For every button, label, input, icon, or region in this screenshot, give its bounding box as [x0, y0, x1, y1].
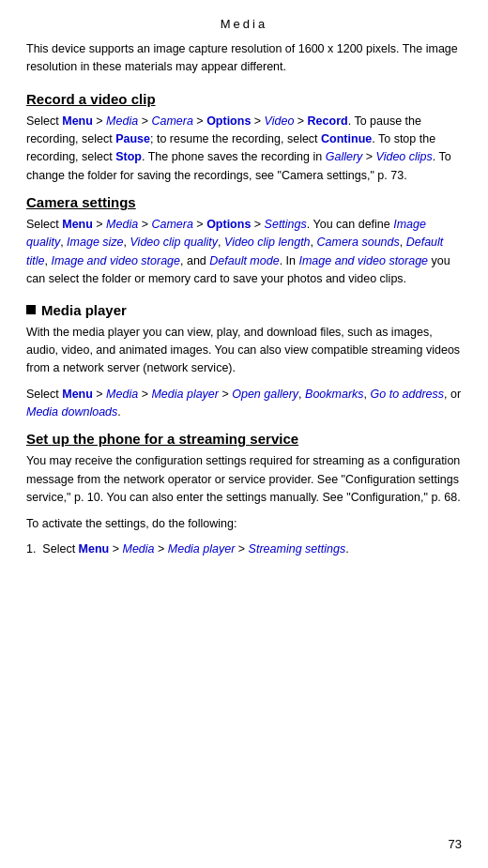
- streaming-para-1: You may receive the configuration settin…: [26, 452, 462, 507]
- text-comma4: ,: [311, 236, 317, 249]
- media-player-para-2: Select Menu > Media > Media player > Ope…: [26, 386, 462, 422]
- record-bold: Record: [308, 114, 348, 128]
- text-resume: ; to resume the recording, select: [150, 132, 321, 145]
- mediadownloads-italic: Media downloads: [26, 405, 117, 419]
- imagevideostorage-italic2: Image and video storage: [298, 254, 428, 267]
- section-media-player: Media player With the media player you c…: [26, 302, 462, 422]
- text-arrow12: >: [138, 388, 151, 401]
- gallery-italic: Gallery: [326, 150, 363, 163]
- section-streaming-service: Set up the phone for a streaming service…: [26, 431, 462, 558]
- section-heading-media-player: Media player: [26, 302, 462, 318]
- continue-bold: Continue: [321, 132, 372, 145]
- bookmarks-italic: Bookmarks: [305, 388, 364, 401]
- camera-italic: Camera: [151, 114, 192, 128]
- menu-bold2: Menu: [62, 218, 93, 231]
- text-arrow3: >: [193, 114, 206, 128]
- section-heading-record-video: Record a video clip: [26, 91, 462, 107]
- text-period2: .: [345, 542, 348, 556]
- text-arrow14: >: [109, 542, 122, 556]
- camera-italic2: Camera: [151, 218, 192, 231]
- media-italic2: Media: [106, 218, 138, 231]
- text-select3: Select: [26, 388, 62, 401]
- text-period: .: [117, 405, 120, 419]
- text-comma8: ,: [364, 388, 371, 401]
- options-bold: Options: [206, 114, 251, 128]
- videocliplength-italic: Video clip length: [224, 236, 311, 249]
- text-arrow13: >: [219, 388, 232, 401]
- imagevideostorage-italic: Image and video storage: [51, 254, 180, 267]
- mediaplayer-italic: Media player: [151, 388, 219, 401]
- streaming-para-2: To activate the settings, do the followi…: [26, 515, 462, 533]
- section-camera-settings: Camera settings Select Menu > Media > Ca…: [26, 194, 462, 289]
- text-with-mediaplayer: With the media player you can view, play…: [26, 326, 460, 375]
- menu-bold: Menu: [62, 114, 93, 128]
- text-in: . In: [280, 254, 299, 267]
- section-record-video-para-1: Select Menu > Media > Camera > Options >…: [26, 113, 462, 186]
- text-arrow4: >: [251, 114, 264, 128]
- text-and: , and: [180, 254, 209, 267]
- menu-bold4: Menu: [79, 542, 110, 556]
- text-or: , or: [444, 388, 461, 401]
- text-arrow5: >: [294, 114, 307, 128]
- camerasounds-italic: Camera sounds: [317, 236, 400, 249]
- media-italic3: Media: [106, 388, 138, 401]
- page-number: 73: [449, 837, 462, 851]
- text-arrow8: >: [138, 218, 151, 231]
- intro-text: This device supports an image capture re…: [26, 40, 462, 76]
- videoclips-italic: Video clips: [376, 150, 433, 163]
- media-italic: Media: [106, 114, 138, 128]
- media-player-heading-text: Media player: [41, 302, 127, 318]
- text-select2: Select: [26, 218, 62, 231]
- menu-bold3: Menu: [62, 388, 93, 401]
- text-step1: 1. Select: [26, 542, 79, 556]
- text-activate: To activate the settings, do the followi…: [26, 517, 236, 530]
- text-arrow1: >: [93, 114, 106, 128]
- options-bold2: Options: [206, 218, 251, 231]
- gotoaddress-italic: Go to address: [371, 388, 445, 401]
- text-arrow9: >: [193, 218, 206, 231]
- streamingsettings-italic: Streaming settings: [249, 542, 346, 556]
- text-comma3: ,: [218, 236, 224, 249]
- section-record-video: Record a video clip Select Menu > Media …: [26, 91, 462, 186]
- opengallery-italic: Open gallery: [232, 388, 298, 401]
- section-heading-streaming: Set up the phone for a streaming service: [26, 431, 462, 447]
- text-saves: . The phone saves the recording in: [142, 150, 326, 163]
- text-arrow11: >: [93, 388, 106, 401]
- text-comma2: ,: [124, 236, 130, 249]
- stop-bold: Stop: [115, 150, 142, 163]
- pause-bold: Pause: [115, 132, 150, 145]
- videoclipquality-italic: Video clip quality: [130, 236, 219, 249]
- section-heading-camera-settings: Camera settings: [26, 194, 462, 210]
- text-comma5: ,: [400, 236, 406, 249]
- text-arrow7: >: [93, 218, 106, 231]
- text-arrow15: >: [155, 542, 168, 556]
- settings-italic: Settings: [265, 218, 307, 231]
- imagesize-italic: Image size: [67, 236, 123, 249]
- text-define: . You can define: [307, 218, 393, 231]
- text-select: Select: [26, 114, 62, 128]
- page-container: Media This device supports an image capt…: [0, 0, 488, 868]
- streaming-para-3: 1. Select Menu > Media > Media player > …: [26, 541, 462, 558]
- text-streaming-config: You may receive the configuration settin…: [26, 454, 461, 504]
- text-arrow2: >: [138, 114, 151, 128]
- section-camera-settings-para-1: Select Menu > Media > Camera > Options >…: [26, 216, 462, 289]
- mediaplayer-italic2: Media player: [168, 542, 236, 556]
- text-arrow16: >: [235, 542, 248, 556]
- defaultmode-italic: Default mode: [209, 254, 279, 267]
- page-header: Media: [26, 9, 462, 31]
- media-player-para-1: With the media player you can view, play…: [26, 324, 462, 378]
- bullet-square-icon: [26, 305, 36, 314]
- text-arrow6: >: [362, 150, 375, 163]
- text-arrow10: >: [251, 218, 264, 231]
- video-italic: Video: [265, 114, 295, 128]
- media-italic4: Media: [122, 542, 154, 556]
